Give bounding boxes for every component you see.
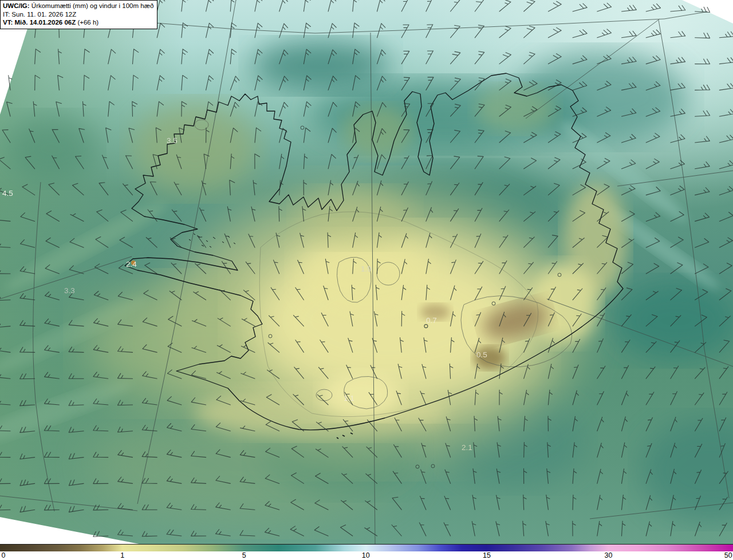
colorbar-tick-label: 50 (724, 551, 732, 559)
title-line-3-valid-time: VT: Mið. 14.01.2026 06Z (+66 h) (3, 18, 153, 27)
colorbar-tick-label: 15 (483, 551, 491, 559)
colorbar-tick-label: 5 (242, 551, 246, 559)
colorbar-tick-label: 10 (362, 551, 370, 559)
colorbar-tick-label: 30 (604, 551, 612, 559)
contour-label: 4.5 (2, 189, 13, 198)
contour-label: 0.7 (426, 316, 437, 325)
contour-label: 2.1 (462, 443, 472, 452)
colorbar-tick-label: 0 (2, 551, 6, 559)
precip-colorbar: 01510153050 (0, 544, 733, 560)
model-id: UWC/IG: (3, 2, 30, 9)
map-canvas: 4.53.53.32.41.90.70.51.12.1 (0, 0, 733, 544)
contour-label: 2.4 (126, 260, 137, 269)
colorbar-tick-label: 1 (120, 551, 124, 559)
contour-label: 3.5 (167, 136, 178, 145)
contour-label: 1.1 (344, 394, 354, 403)
title-line-2-init-time: IT: Sun. 11. 01. 2026 12Z (3, 10, 153, 19)
colorbar-ticks: 01510153050 (0, 551, 733, 560)
colorbar-gradient (0, 544, 733, 551)
map-title-box: UWC/IG: Úrkomumætti (mm) og vindur i 100… (0, 0, 157, 29)
weather-map-viewport: 4.53.53.32.41.90.70.51.12.1 UWC/IG: Úrko… (0, 0, 733, 560)
contour-label: 3.3 (64, 286, 75, 295)
title-line-1: UWC/IG: Úrkomumætti (mm) og vindur i 100… (3, 2, 153, 10)
contour-label: 0.5 (476, 350, 487, 359)
contour-label: 1.9 (361, 265, 372, 273)
